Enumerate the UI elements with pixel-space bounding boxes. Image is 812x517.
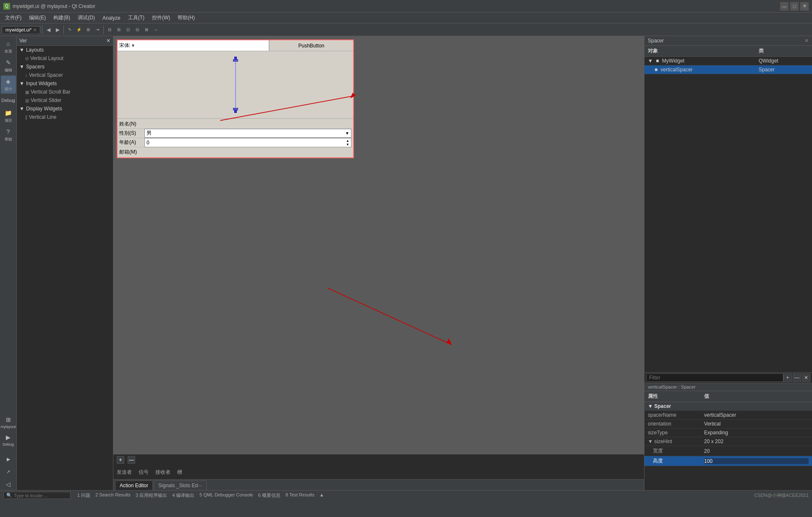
search-input[interactable] (14, 493, 72, 498)
object-inspector-close[interactable]: ✕ (804, 38, 809, 44)
tab-close-icon[interactable]: ✕ (33, 28, 37, 32)
menu-edit[interactable]: 编辑(E) (26, 13, 49, 22)
props-row-sizehint[interactable]: ▼ sizeHint 20 x 202 (644, 437, 812, 446)
col-receiver: 接收者 (155, 469, 170, 476)
toolbar-back-btn[interactable]: ◀ (44, 26, 52, 34)
prop-height-value[interactable] (701, 456, 812, 466)
maximize-button[interactable]: □ (790, 2, 799, 10)
props-row-sizetype[interactable]: sizeType Expanding (644, 428, 812, 437)
canvas-area[interactable]: 宋体 ▼ PushButton (113, 36, 644, 454)
widget-panel-close[interactable]: ✕ (106, 38, 110, 44)
font-selector[interactable]: 宋体 ▼ (118, 40, 269, 51)
sidebar-item-run[interactable]: ↗ (1, 466, 16, 478)
search-bar[interactable]: 🔍 (3, 492, 71, 499)
filter-add-btn[interactable]: + (783, 373, 792, 382)
sidebar-item-project[interactable]: 📁 项目 (1, 107, 16, 125)
props-row-spacername[interactable]: spacerName verticalSpacer (644, 411, 812, 420)
toolbar-break-layout-btn[interactable]: ⊠ (142, 26, 151, 34)
prop-spacername-label: spacerName (644, 411, 701, 420)
sidebar-item-welcome[interactable]: ⌂ 欢迎 (1, 38, 16, 56)
sidebar-item-edit[interactable]: ✎ 编辑 (1, 57, 16, 75)
filter-close-btn[interactable]: ✕ (802, 373, 810, 382)
category-spacers[interactable]: ▼ Spacers (17, 63, 113, 71)
sidebar-item-design[interactable]: ◈ 设计 (1, 76, 16, 94)
prop-orientation-label: orientation (644, 420, 701, 428)
widget-vscrollbar[interactable]: ▦ Vertical Scroll Bar (17, 88, 113, 96)
status-problems[interactable]: 1 问题 (77, 492, 90, 499)
properties-filter-input[interactable] (646, 373, 783, 382)
menu-file[interactable]: 文件(F) (2, 13, 25, 22)
form-field-name[interactable]: 姓名(N) (118, 120, 352, 129)
toolbar-signals-btn[interactable]: ⚡ (75, 26, 83, 34)
category-input-label: Input Widgets (26, 81, 57, 86)
form-field-gender[interactable]: 性别(S) 男 ▼ (118, 129, 352, 138)
minimize-button[interactable]: — (780, 2, 788, 10)
status-arrow[interactable]: ▲ (320, 492, 324, 499)
pushbutton[interactable]: PushButton (269, 40, 353, 51)
status-summary[interactable]: 6 概要信息 (258, 492, 280, 499)
menu-widgets[interactable]: 控件(W) (149, 13, 173, 22)
sidebar-item-help[interactable]: ? 帮助 (1, 126, 16, 144)
widget-vline[interactable]: ‖ Vertical Line (17, 113, 113, 121)
status-test-results[interactable]: 8 Test Results (286, 492, 314, 499)
toolbar-layout-grid-btn[interactable]: ⊡ (124, 26, 132, 34)
build-icon: ▶ (4, 455, 13, 463)
sidebar-item-mylayout[interactable]: ⊞ mylayout (1, 414, 16, 431)
form-field-email[interactable]: 邮箱(M) (118, 147, 352, 157)
category-display-widgets[interactable]: ▼ Display Widgets (17, 104, 113, 113)
tab-signals-slots-editor[interactable]: Signals _Slots Ed··· (154, 480, 207, 490)
status-search-results[interactable]: 2 Search Results (95, 492, 131, 499)
window-controls[interactable]: — □ ✕ (780, 2, 809, 10)
toolbar-edit-widget-btn[interactable]: ✎ (65, 26, 74, 34)
category-input-widgets[interactable]: ▼ Input Widgets (17, 79, 113, 88)
toolbar-forward-btn[interactable]: ▶ (53, 26, 62, 34)
props-row-orientation[interactable]: orientation Vertical (644, 420, 812, 428)
props-row-width[interactable]: 宽度 20 (644, 446, 812, 456)
sidebar-item-debug2[interactable]: ▶ Debug (1, 431, 16, 448)
sidebar-item-build[interactable]: ▶ (1, 453, 16, 465)
menu-analyze[interactable]: Analyze (99, 14, 124, 22)
menu-tools[interactable]: 工具(T) (125, 13, 148, 22)
toolbar-taborder-btn[interactable]: ⇥ (93, 26, 102, 34)
status-compile-output[interactable]: 4 编译输出 (172, 492, 194, 499)
widget-vslider[interactable]: ▧ Vertical Slider (17, 96, 113, 104)
filter-remove-btn[interactable]: — (793, 373, 801, 382)
object-row-vspacer[interactable]: ■ verticalSpacer Spacer (644, 65, 812, 74)
widget-vertical-spacer[interactable]: ↕ Vertical Spacer (17, 71, 113, 79)
menu-help[interactable]: 帮助(H) (174, 13, 198, 22)
add-connection-button[interactable]: + (117, 456, 124, 464)
col-object: 对象 (644, 46, 755, 57)
menu-debug[interactable]: 调试(D) (74, 13, 98, 22)
sidebar-item-collapse[interactable]: ◁ (1, 478, 16, 490)
toolbar-buddies-btn[interactable]: ⊞ (84, 26, 92, 34)
remove-connection-button[interactable]: — (128, 456, 135, 464)
toolbar-layout-v-btn[interactable]: ⊞ (115, 26, 123, 34)
menu-build[interactable]: 构建(B) (50, 13, 73, 22)
object-inspector-header: Spacer ✕ (644, 36, 812, 46)
status-app-output[interactable]: 3 应用程序输出 (136, 492, 167, 499)
spacer-line (235, 62, 236, 108)
vslider-icon: ▧ (25, 98, 29, 103)
tab-action-editor[interactable]: Action Editor (115, 480, 153, 490)
height-input[interactable] (704, 458, 809, 464)
status-qml-debugger[interactable]: 5 QML Debugger Console (199, 492, 253, 499)
toolbar-layout-h-btn[interactable]: ⊟ (105, 26, 114, 34)
editor-tab-mywidget[interactable]: mywidget.ui* ✕ (2, 26, 40, 33)
font-dropdown-icon[interactable]: ▼ (129, 43, 136, 48)
close-button[interactable]: ✕ (800, 2, 809, 10)
gender-combo[interactable]: 男 ▼ (144, 129, 351, 138)
object-row-mywidget[interactable]: ▼ ■ MyWidget QWidget (644, 57, 812, 65)
category-layouts[interactable]: ▼ Layouts (17, 46, 113, 54)
age-spinner[interactable]: 0 ▲ ▼ (144, 138, 351, 147)
form-field-age[interactable]: 年龄(A) 0 ▲ ▼ (118, 138, 352, 147)
toolbar-adjust-size-btn[interactable]: ↔ (152, 26, 160, 34)
props-row-height[interactable]: 高度 (644, 456, 812, 466)
toolbar-layout-form-btn[interactable]: ⊟ (133, 26, 141, 34)
widget-panel: Ver ✕ ▼ Layouts ⊟ Vertical Layout ▼ Spac… (17, 36, 113, 490)
object-table: 对象 类 ▼ ■ MyWidget QWidget (644, 46, 812, 372)
age-spin-arrows[interactable]: ▲ ▼ (346, 139, 349, 146)
title-bar-left: Q mywidget.ui @ mylayout - Qt Creator (3, 3, 95, 10)
sidebar-item-debug[interactable]: Debug (1, 94, 16, 106)
vline-icon: ‖ (25, 115, 27, 120)
widget-vertical-layout[interactable]: ⊟ Vertical Layout (17, 54, 113, 63)
